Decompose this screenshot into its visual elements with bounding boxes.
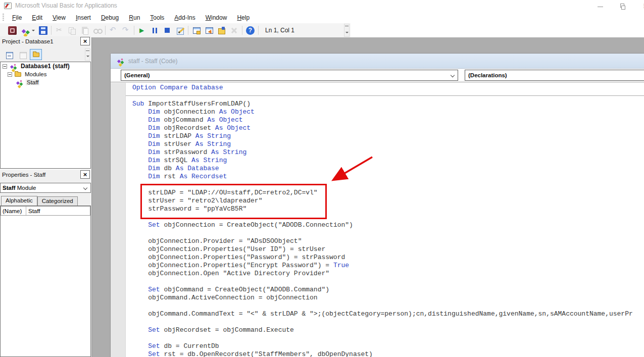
reset-button[interactable] <box>161 25 174 36</box>
code-line-13[interactable]: strLDAP = "LDAP://OU=staff,DC=retro2,DC=… <box>132 189 644 197</box>
properties-grid: (Name) Staff <box>0 206 91 357</box>
code-line-29[interactable] <box>132 318 644 326</box>
code-line-28[interactable]: objCommand.CommandText = "<" & strLDAP &… <box>132 310 644 318</box>
menu-run[interactable]: Run <box>124 13 145 22</box>
code-line-10[interactable]: Dim db As Database <box>132 165 644 173</box>
code-line-27[interactable] <box>132 302 644 310</box>
restore-button[interactable] <box>612 0 635 13</box>
tree-item-database1[interactable]: Database1 (staff) <box>1 62 90 70</box>
folder-icon <box>15 72 21 77</box>
code-line-33[interactable]: Set rst = db.OpenRecordset("StaffMembers… <box>132 350 644 357</box>
tree-item-staff[interactable]: Staff <box>1 78 90 86</box>
code-line-19[interactable]: objConnection.Provider = "ADsDSOObject" <box>132 237 644 245</box>
close-button-partial[interactable]: ⋮ <box>641 3 644 10</box>
code-window-titlebar[interactable]: staff - Staff (Code) <box>111 54 644 69</box>
code-line-30[interactable]: Set objRecordset = objCommand.Execute <box>132 326 644 334</box>
code-line-17[interactable]: Set objConnection = CreateObject("ADODB.… <box>132 221 644 229</box>
menu-insert[interactable]: Insert <box>71 13 96 22</box>
procedure-dropdown[interactable]: (Declarations) <box>465 70 644 81</box>
code-line-8[interactable]: Dim strPassword As String <box>132 148 644 157</box>
menu-drag-handle[interactable] <box>3 14 4 22</box>
code-line-18[interactable] <box>132 229 644 237</box>
view-access-button[interactable] <box>6 25 19 36</box>
properties-panel-close-button[interactable]: × <box>80 170 90 179</box>
save-button[interactable] <box>37 25 49 36</box>
copy-icon <box>68 26 76 35</box>
breakpoint-margin[interactable] <box>111 83 126 357</box>
code-line-31[interactable] <box>132 334 644 342</box>
object-browser-button[interactable] <box>215 25 228 36</box>
property-row-name[interactable]: (Name) Staff <box>1 206 90 216</box>
code-line-16[interactable] <box>132 213 644 221</box>
code-line-11[interactable]: Dim rst As Recordset <box>132 173 644 181</box>
run-button[interactable] <box>136 25 148 36</box>
tab-categorized[interactable]: Categorized <box>37 196 78 206</box>
code-line-25[interactable]: Set objCommand = CreateObject("ADODB.Com… <box>132 286 644 294</box>
toolbox-button[interactable] <box>228 25 240 36</box>
tab-alphabetic[interactable]: Alphabetic <box>1 196 37 206</box>
code-line-0[interactable]: Option Compare Database <box>132 84 644 92</box>
tree-item-label[interactable]: Database1 (staff) <box>20 63 71 70</box>
code-line-6[interactable]: Dim strLDAP As String <box>132 132 644 140</box>
insert-module-dropdown[interactable] <box>32 30 35 33</box>
code-line-7[interactable]: Dim strUser As String <box>132 140 644 148</box>
toolbar-separator <box>51 26 52 35</box>
project-panel-close-button[interactable]: × <box>80 37 90 45</box>
menu-view[interactable]: View <box>47 13 71 22</box>
code-line-15[interactable]: strPassword = "ppYaVcB5R" <box>132 205 644 213</box>
property-name-cell[interactable]: (Name) <box>1 207 26 215</box>
menu-window[interactable]: Window <box>201 13 232 22</box>
paste-button[interactable] <box>78 25 91 36</box>
project-explorer-button[interactable] <box>190 25 203 36</box>
code-line-1[interactable] <box>132 92 644 100</box>
code-line-26[interactable]: objCommand.ActiveConnection = objConnect… <box>132 294 644 302</box>
code-line-22[interactable]: objConnection.Properties("Encrypt Passwo… <box>132 262 644 270</box>
redo-button[interactable] <box>120 25 132 36</box>
design-button[interactable] <box>174 25 186 36</box>
object-selector-combobox[interactable]: Staff Module <box>0 183 91 193</box>
menu-edit[interactable]: Edit <box>27 13 47 22</box>
break-button[interactable] <box>148 25 161 36</box>
minimize-button[interactable] <box>588 0 612 13</box>
collapse-expander-icon[interactable] <box>3 64 7 69</box>
tree-item-label[interactable]: Staff <box>26 79 39 85</box>
find-button[interactable] <box>91 25 104 36</box>
view-code-button[interactable] <box>3 49 15 60</box>
menu-help[interactable]: Help <box>232 13 255 22</box>
menu-debug[interactable]: Debug <box>96 13 124 22</box>
code-line-14[interactable]: strUser = "retro2\ldapreader" <box>132 197 644 205</box>
toolbar-overflow-button[interactable] <box>344 24 350 37</box>
code-line-9[interactable]: Dim strSQL As String <box>132 157 644 165</box>
code-line-20[interactable]: objConnection.Properties("User ID") = st… <box>132 245 644 253</box>
object-dropdown-value: (General) <box>124 72 150 78</box>
cut-icon <box>55 26 64 35</box>
property-value-cell[interactable]: Staff <box>26 208 40 214</box>
copy-button[interactable] <box>66 25 78 36</box>
properties-window-button[interactable] <box>203 25 215 36</box>
help-button[interactable] <box>244 25 257 36</box>
code-line-5[interactable]: Dim objRecordset As Object <box>132 124 644 132</box>
code-line-3[interactable]: Dim objConnection As Object <box>132 108 644 116</box>
code-line-32[interactable]: Set db = CurrentDb <box>132 342 644 350</box>
project-toolbar-overflow[interactable] <box>85 48 90 61</box>
menu-addins[interactable]: Add-Ins <box>169 13 200 22</box>
code-line-12[interactable] <box>132 181 644 189</box>
menu-file[interactable]: File <box>7 13 27 22</box>
code-line-23[interactable]: objConnection.Open "Active Directory Pro… <box>132 270 644 278</box>
code-line-21[interactable]: objConnection.Properties("Password") = s… <box>132 253 644 262</box>
tree-item-label[interactable]: Modules <box>24 71 47 77</box>
object-dropdown[interactable]: (General) <box>121 70 458 81</box>
view-object-button[interactable] <box>16 49 28 60</box>
code-line-2[interactable]: Sub ImportStaffUsersFromLDAP() <box>132 100 644 108</box>
undo-button[interactable] <box>107 25 120 36</box>
insert-module-button[interactable] <box>19 25 31 36</box>
view-access-icon <box>8 26 17 35</box>
collapse-expander-icon[interactable] <box>8 72 12 77</box>
menu-tools[interactable]: Tools <box>145 13 169 22</box>
cut-button[interactable] <box>53 25 66 36</box>
overflow-bar-icon <box>345 26 349 26</box>
code-line-24[interactable] <box>132 278 644 286</box>
toggle-folders-button[interactable] <box>30 49 42 60</box>
tree-item-modules[interactable]: Modules <box>1 70 90 78</box>
code-line-4[interactable]: Dim objCommand As Object <box>132 116 644 124</box>
